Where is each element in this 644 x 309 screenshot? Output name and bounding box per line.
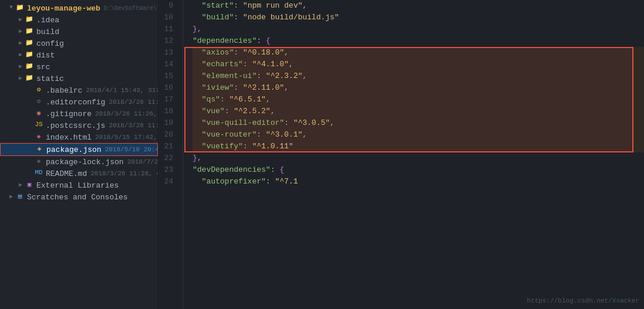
sidebar-item-idea[interactable]: 📁 .idea <box>0 14 158 26</box>
arrow-icon <box>16 39 25 47</box>
sidebar-item-label: .idea <box>36 16 158 25</box>
folder-icon: 📁 <box>15 4 25 13</box>
line-number-18: 18 <box>159 106 178 117</box>
item-meta: 2018/3/26 11:26, 473 B <box>90 170 159 177</box>
line-number-15: 15 <box>159 70 178 82</box>
code-line-13: "axios": "^0.18.0", <box>193 47 644 59</box>
item-meta: 2018/4/1 15:43, 317 B <box>86 87 159 94</box>
code-editor: ▶ 9 ▶ 10 11 12 13 14 15 16 17 18 19 20 2… <box>159 0 644 309</box>
sidebar-item-label: index.html <box>46 133 92 142</box>
code-line-17: "qs": "^6.5.1", <box>193 94 644 106</box>
code-line-10: "build": "node build/build.js" <box>193 12 644 23</box>
line-number-22: 22 <box>159 152 178 164</box>
arrow-icon <box>16 63 25 71</box>
sidebar-item-postcssrc[interactable]: JS .postcssrc.js 2018/3/26 11:26, 246 B <box>0 120 158 131</box>
sidebar-item-label: package.json <box>46 145 102 154</box>
item-meta: D:\DevSoftWare\IDEA\market\leyou-m <box>104 5 159 12</box>
sidebar-item-editorconfig[interactable]: ⚙ .editorconfig 2018/3/26 11:26, 147 B <box>0 96 158 108</box>
sidebar-item-label: Scratches and Consoles <box>27 193 158 202</box>
sidebar-item-label: README.md <box>46 169 87 178</box>
json-icon: ◈ <box>35 145 44 154</box>
arrow-icon <box>16 51 25 59</box>
code-line-12: "dependencies": { <box>193 35 644 47</box>
sidebar-item-label: dist <box>36 51 158 60</box>
folder-icon: 📁 <box>25 27 34 36</box>
line-number-11: 11 <box>159 23 178 35</box>
item-meta: 2018/3/26 11:26, 154 B <box>95 110 159 117</box>
line-number-24: 24 <box>159 176 178 188</box>
git-icon: ◉ <box>34 109 43 118</box>
code-line-20: "vue-router": "^3.0.1", <box>193 129 644 141</box>
folder-icon: 📁 <box>25 50 34 60</box>
sidebar-item-root[interactable]: 📁 leyou-manage-web D:\DevSoftWare\IDEA\m… <box>0 2 158 14</box>
arrow-icon <box>16 74 25 83</box>
line-number-10: ▶ 10 <box>159 12 178 23</box>
folder-icon: 📁 <box>25 15 34 25</box>
sidebar-item-label: leyou-manage-web <box>27 4 100 13</box>
js-icon: JS <box>34 121 43 130</box>
sidebar-item-label: .babelrc <box>46 86 82 95</box>
scratches-icon: ▤ <box>15 192 25 202</box>
line-number-9: ▶ 9 <box>159 0 178 12</box>
line-number-19: 19 <box>159 117 178 129</box>
sidebar-item-static[interactable]: 📁 static <box>0 73 158 84</box>
arrow-icon <box>7 193 15 201</box>
code-line-15: "element-ui": "^2.3.2", <box>193 70 644 82</box>
watermark: https://blog.csdn.net/Xxacker <box>527 297 639 304</box>
sidebar-item-package-lock[interactable]: ◈ package-lock.json 2018/7/26 10:55, 374… <box>0 156 158 168</box>
md-icon: MD <box>34 169 43 178</box>
folder-icon: 📁 <box>25 74 34 83</box>
sidebar-item-index-html[interactable]: ◈ index.html 2018/5/15 17:42, 278 B <box>0 131 158 143</box>
sidebar-item-readme[interactable]: MD README.md 2018/3/26 11:26, 473 B <box>0 168 158 179</box>
line-number-23: 23 <box>159 164 178 176</box>
folder-icon: 📁 <box>25 39 34 48</box>
arrow-icon <box>16 181 25 189</box>
arrow-icon <box>7 4 15 12</box>
sidebar-item-label: static <box>36 74 158 83</box>
line-number-14: 14 <box>159 59 178 70</box>
sidebar-item-label: .editorconfig <box>46 98 105 107</box>
file-tree-sidebar[interactable]: 📁 leyou-manage-web D:\DevSoftWare\IDEA\m… <box>0 0 159 309</box>
code-line-21: "vuetify": "^1.0.11" <box>193 141 644 152</box>
arrow-icon <box>16 28 25 36</box>
code-line-24: "autoprefixer": "^7.1 <box>193 176 644 188</box>
line-numbers: ▶ 9 ▶ 10 11 12 13 14 15 16 17 18 19 20 2… <box>159 0 183 309</box>
sidebar-item-src[interactable]: 📁 src <box>0 61 158 73</box>
code-line-23: "devDependencies": { <box>193 164 644 176</box>
line-number-21: 21 <box>159 141 178 152</box>
item-meta: 2018/7/26 10:55, 374.93 kB <box>127 158 159 165</box>
sidebar-item-label: build <box>36 28 158 36</box>
arrow-icon <box>16 16 25 24</box>
sidebar-item-scratches[interactable]: ▤ Scratches and Consoles <box>0 191 158 203</box>
code-line-19: "vue-quill-editor": "^3.0.5", <box>193 117 644 129</box>
line-number-12: 12 <box>159 35 178 47</box>
editor-content: ▶ 9 ▶ 10 11 12 13 14 15 16 17 18 19 20 2… <box>159 0 644 309</box>
babel-icon: ⚙ <box>34 86 43 95</box>
sidebar-item-config[interactable]: 📁 config <box>0 38 158 49</box>
code-line-11: }, <box>193 23 644 35</box>
sidebar-item-dist[interactable]: 📁 dist <box>0 49 158 61</box>
code-content: "start": "npm run dev", "build": "node b… <box>183 0 644 309</box>
sidebar-item-label: src <box>36 63 158 72</box>
config-icon: ⚙ <box>34 97 43 107</box>
item-meta: 2018/3/26 11:26, 246 B <box>109 122 159 129</box>
lib-icon: ▣ <box>25 181 34 190</box>
sidebar-item-external-libraries[interactable]: ▣ External Libraries <box>0 179 158 191</box>
sidebar-item-label: config <box>36 39 158 48</box>
code-line-14: "echarts": "^4.1.0", <box>193 59 644 70</box>
folder-icon: 📁 <box>25 62 34 72</box>
sidebar-item-label: External Libraries <box>36 181 158 190</box>
sidebar-item-label: .gitignore <box>46 110 92 118</box>
sidebar-item-babelrc[interactable]: ⚙ .babelrc 2018/4/1 15:43, 317 B <box>0 84 158 96</box>
sidebar-item-package-json[interactable]: ◈ package.json 2018/5/10 20:41, 1.99 kB <box>0 143 158 156</box>
sidebar-item-label: package-lock.json <box>46 158 124 167</box>
sidebar-item-build[interactable]: 📁 build <box>0 26 158 38</box>
sidebar-item-gitignore[interactable]: ◉ .gitignore 2018/3/26 11:26, 154 B <box>0 108 158 120</box>
line-number-16: 16 <box>159 82 178 94</box>
html-icon: ◈ <box>34 133 43 142</box>
code-line-9: "start": "npm run dev", <box>193 0 644 12</box>
item-meta: 2018/5/10 20:41, 1.99 kB <box>105 146 159 153</box>
line-number-17: 17 <box>159 94 178 106</box>
line-number-13: 13 <box>159 47 178 59</box>
code-line-22: }, <box>193 152 644 164</box>
